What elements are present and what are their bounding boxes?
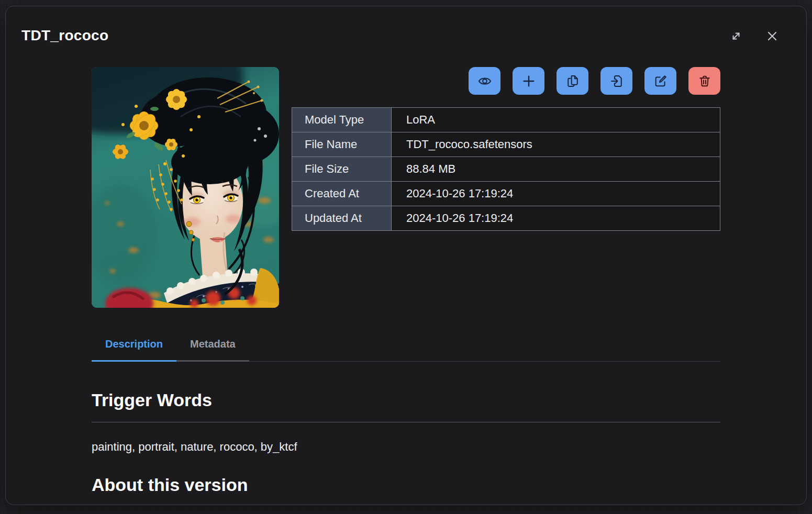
close-icon xyxy=(765,29,779,43)
detail-value: 2024-10-26 17:19:24 xyxy=(392,206,720,231)
detail-value: 88.84 MB xyxy=(392,157,720,182)
maximize-button[interactable] xyxy=(730,29,742,43)
table-row: File Name TDT_rococo.safetensors xyxy=(292,132,720,157)
edit-icon xyxy=(653,74,668,88)
section-divider xyxy=(92,422,720,422)
modal-content: Model Type LoRA File Name TDT_rococo.saf… xyxy=(92,67,720,495)
detail-label: Model Type xyxy=(292,108,392,132)
details-column: Model Type LoRA File Name TDT_rococo.saf… xyxy=(292,67,720,308)
trigger-words-heading: Trigger Words xyxy=(92,390,720,410)
close-button[interactable] xyxy=(765,29,779,43)
table-row: Created At 2024-10-26 17:19:24 xyxy=(292,182,720,206)
tab-metadata[interactable]: Metadata xyxy=(176,329,249,362)
expand-icon xyxy=(730,30,742,42)
table-row: Model Type LoRA xyxy=(292,108,720,132)
description-panel: Trigger Words painting, portrait, nature… xyxy=(92,390,720,495)
detail-label: Updated At xyxy=(292,206,392,231)
table-row: Updated At 2024-10-26 17:19:24 xyxy=(292,206,720,231)
about-version-heading: About this version xyxy=(92,475,720,495)
portrait-artwork xyxy=(92,67,279,308)
detail-label: Created At xyxy=(292,182,392,206)
modal-header: TDT_rococo xyxy=(6,6,806,44)
modal-title: TDT_rococo xyxy=(21,27,108,44)
file-import-icon xyxy=(609,74,624,88)
detail-value: TDT_rococo.safetensors xyxy=(392,132,720,157)
trigger-words-text: painting, portrait, nature, rococo, by_k… xyxy=(92,440,720,454)
model-details-table: Model Type LoRA File Name TDT_rococo.saf… xyxy=(292,107,720,231)
copy-icon xyxy=(565,74,580,88)
detail-value: LoRA xyxy=(392,108,720,132)
detail-label: File Size xyxy=(292,157,392,182)
model-preview-image xyxy=(92,67,279,308)
copy-button[interactable] xyxy=(557,67,588,95)
eye-icon xyxy=(477,74,492,88)
detail-label: File Name xyxy=(292,132,392,157)
trash-icon xyxy=(697,74,712,88)
table-row: File Size 88.84 MB xyxy=(292,157,720,182)
window-controls xyxy=(730,29,779,43)
top-section: Model Type LoRA File Name TDT_rococo.saf… xyxy=(92,67,720,308)
view-button[interactable] xyxy=(469,67,500,95)
action-toolbar xyxy=(292,67,720,95)
tab-bar: Description Metadata xyxy=(92,329,720,362)
delete-button[interactable] xyxy=(688,67,720,95)
add-button[interactable] xyxy=(513,67,544,95)
edit-button[interactable] xyxy=(644,67,676,95)
tab-description[interactable]: Description xyxy=(92,329,176,362)
import-button[interactable] xyxy=(600,67,632,95)
model-details-modal: TDT_rococo xyxy=(5,6,807,505)
plus-icon xyxy=(521,74,536,88)
detail-value: 2024-10-26 17:19:24 xyxy=(392,182,720,206)
